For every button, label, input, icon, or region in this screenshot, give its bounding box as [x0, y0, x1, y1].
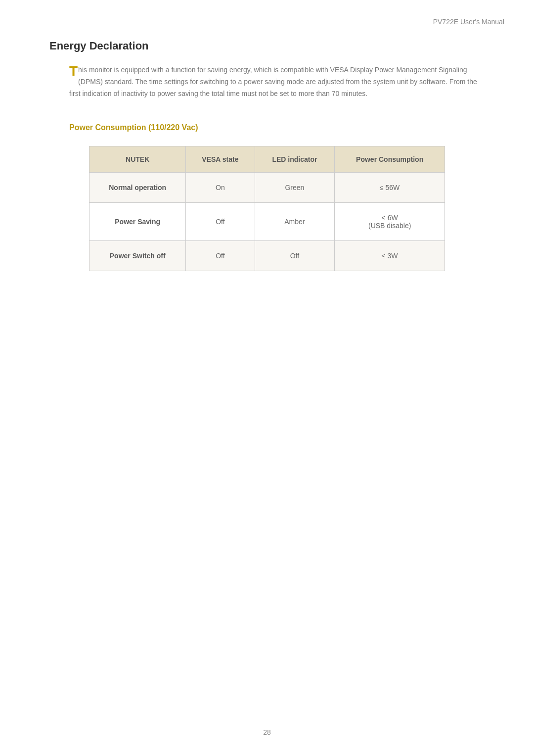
page-header: PV722E User's Manual — [433, 18, 504, 26]
table-row: Power Switch off Off Off ≤ 3W — [89, 241, 445, 271]
intro-paragraph: This monitor is equipped with a function… — [69, 64, 485, 99]
col-header-nutek: NUTEK — [89, 146, 186, 173]
cell-vesa-switchoff: Off — [186, 241, 255, 271]
drop-cap: T — [69, 64, 78, 78]
table-header-row: NUTEK VESA state LED indicator Power Con… — [89, 146, 445, 173]
section-title: Energy Declaration — [49, 40, 485, 52]
page-number: 28 — [263, 728, 271, 736]
cell-led-saving: Amber — [255, 203, 335, 241]
intro-text-content: his monitor is equipped with a function … — [69, 66, 477, 97]
cell-power-normal: ≤ 56W — [335, 173, 445, 203]
cell-nutek-saving: Power Saving — [89, 203, 186, 241]
power-consumption-table: NUTEK VESA state LED indicator Power Con… — [89, 146, 445, 271]
table-row: Power Saving Off Amber < 6W (USB disable… — [89, 203, 445, 241]
subsection-title: Power Consumption (110/220 Vac) — [69, 123, 485, 132]
cell-led-normal: Green — [255, 173, 335, 203]
cell-nutek-normal: Normal operation — [89, 173, 186, 203]
power-table-wrapper: NUTEK VESA state LED indicator Power Con… — [89, 146, 445, 271]
page-content: Energy Declaration This monitor is equip… — [49, 40, 485, 271]
cell-nutek-switchoff: Power Switch off — [89, 241, 186, 271]
cell-power-saving: < 6W (USB disable) — [335, 203, 445, 241]
cell-vesa-saving: Off — [186, 203, 255, 241]
col-header-led: LED indicator — [255, 146, 335, 173]
cell-vesa-normal: On — [186, 173, 255, 203]
cell-power-switchoff: ≤ 3W — [335, 241, 445, 271]
table-row: Normal operation On Green ≤ 56W — [89, 173, 445, 203]
cell-led-switchoff: Off — [255, 241, 335, 271]
col-header-power: Power Consumption — [335, 146, 445, 173]
col-header-vesa: VESA state — [186, 146, 255, 173]
